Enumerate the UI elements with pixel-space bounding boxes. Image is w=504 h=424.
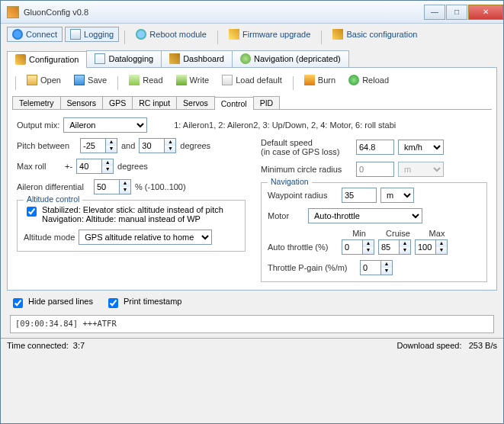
tab-navigation-label: Navigation (depricated) bbox=[254, 54, 341, 63]
sub-tabstrip: Telemetry Sensors GPS RC input Servos Co… bbox=[12, 96, 492, 110]
min-circle-input bbox=[356, 162, 394, 177]
degrees-label-2: degrees bbox=[117, 162, 148, 171]
aileron-diff-spinner[interactable]: ▲▼ bbox=[120, 179, 131, 194]
auto-throttle-max-input[interactable] bbox=[415, 239, 436, 255]
reboot-label: Reboot module bbox=[149, 30, 207, 39]
output-mix-label: Output mix: bbox=[17, 120, 59, 130]
tab-navigation[interactable]: Navigation (depricated) bbox=[232, 50, 349, 67]
firmware-button[interactable]: Firmware upgrade bbox=[223, 27, 316, 42]
tab-datalogging[interactable]: Datalogging bbox=[86, 50, 162, 67]
load-default-icon bbox=[222, 75, 233, 85]
tab-dashboard[interactable]: Dashboard bbox=[161, 50, 233, 67]
reboot-icon bbox=[136, 29, 146, 40]
default-speed-unit-select[interactable]: km/h bbox=[398, 140, 444, 155]
auto-throttle-max-spinner[interactable]: ▲▼ bbox=[436, 239, 448, 255]
tab-control[interactable]: Control bbox=[214, 97, 254, 110]
maximize-button[interactable]: □ bbox=[446, 5, 467, 20]
tab-telemetry[interactable]: Telemetry bbox=[12, 96, 61, 109]
altitude-mode-label: Altitude mode bbox=[24, 233, 75, 242]
save-label: Save bbox=[88, 75, 107, 85]
minimize-button[interactable]: — bbox=[424, 5, 445, 20]
max-roll-input[interactable] bbox=[76, 159, 102, 174]
write-button[interactable]: Write bbox=[171, 72, 214, 88]
auto-throttle-min-input[interactable] bbox=[342, 239, 363, 255]
open-icon bbox=[27, 75, 37, 85]
reload-label: Reload bbox=[362, 75, 389, 85]
status-bar: Time connected: 3:7 Download speed: 253 … bbox=[1, 338, 503, 352]
auto-throttle-min-spinner[interactable]: ▲▼ bbox=[363, 239, 374, 255]
write-label: Write bbox=[190, 75, 209, 85]
aileron-diff-label: Aileron differential bbox=[17, 182, 90, 191]
navigation-icon bbox=[240, 53, 251, 64]
altitude-control-group: Altitude control Stabilized: Elevator st… bbox=[17, 200, 246, 252]
motor-select[interactable]: Auto-throttle bbox=[308, 208, 422, 223]
control-tab-content: Output mix: Aileron 1: Aileron1, 2: Aile… bbox=[12, 110, 492, 285]
auto-throttle-cruise-input[interactable] bbox=[378, 239, 400, 255]
burn-icon bbox=[304, 75, 315, 85]
aileron-diff-input[interactable] bbox=[94, 179, 120, 194]
output-mix-select[interactable]: Aileron bbox=[63, 117, 147, 133]
connect-icon bbox=[12, 29, 23, 40]
connect-button[interactable]: Connect bbox=[7, 27, 63, 42]
reload-icon bbox=[348, 75, 359, 85]
basic-config-label: Basic configuration bbox=[346, 30, 417, 39]
download-speed-label: Download speed: bbox=[397, 341, 462, 350]
open-button[interactable]: Open bbox=[21, 72, 66, 88]
connect-label: Connect bbox=[26, 30, 57, 39]
pitch-low-input[interactable] bbox=[80, 138, 106, 153]
max-roll-spinner[interactable]: ▲▼ bbox=[102, 159, 114, 174]
download-speed-value: 253 B/s bbox=[469, 341, 497, 350]
print-timestamp-checkbox[interactable] bbox=[108, 298, 118, 308]
auto-throttle-label: Auto throttle (%) bbox=[268, 243, 338, 252]
degrees-label: degrees bbox=[180, 141, 210, 150]
basic-config-button[interactable]: Basic configuration bbox=[327, 27, 422, 42]
logging-button[interactable]: Logging bbox=[65, 27, 119, 42]
basic-config-icon bbox=[332, 29, 343, 40]
save-button[interactable]: Save bbox=[69, 72, 112, 88]
log-output[interactable]: [09:00:34.84] +++ATFR bbox=[10, 315, 494, 333]
dashboard-icon bbox=[169, 53, 180, 64]
tab-sensors[interactable]: Sensors bbox=[60, 96, 104, 109]
tab-configuration[interactable]: Configuration bbox=[7, 51, 87, 68]
tab-dashboard-label: Dashboard bbox=[183, 54, 224, 63]
default-speed-input[interactable] bbox=[356, 140, 394, 155]
file-toolbar: Open Save Read Write Load default Burn R… bbox=[12, 72, 492, 90]
main-toolbar: Connect Logging Reboot module Firmware u… bbox=[1, 24, 503, 47]
reboot-button[interactable]: Reboot module bbox=[130, 27, 212, 42]
pitch-between-label: Pitch between bbox=[17, 141, 76, 150]
default-speed-label: Default speed (in case of GPS loss) bbox=[261, 138, 352, 156]
datalogging-icon bbox=[95, 53, 105, 64]
pitch-high-input[interactable] bbox=[139, 138, 165, 153]
throttle-pgain-input[interactable] bbox=[360, 260, 381, 275]
cruise-header: Cruise bbox=[380, 229, 416, 238]
logging-label: Logging bbox=[84, 30, 114, 39]
aileron-diff-range: % (-100..100) bbox=[135, 182, 186, 191]
load-default-button[interactable]: Load default bbox=[217, 72, 287, 88]
motor-label: Motor bbox=[268, 211, 304, 220]
plus-minus-label: +- bbox=[65, 162, 72, 171]
hide-parsed-checkbox[interactable] bbox=[13, 298, 23, 308]
pitch-high-spinner[interactable]: ▲▼ bbox=[165, 138, 176, 153]
tab-datalogging-label: Datalogging bbox=[108, 54, 153, 63]
tab-servos[interactable]: Servos bbox=[176, 96, 215, 109]
waypoint-radius-unit-select[interactable]: m bbox=[380, 188, 414, 203]
load-default-label: Load default bbox=[236, 75, 282, 85]
min-header: Min bbox=[342, 229, 377, 238]
read-button[interactable]: Read bbox=[124, 72, 168, 88]
window-title: GluonConfig v0.8 bbox=[24, 8, 423, 17]
tab-gps[interactable]: GPS bbox=[102, 96, 133, 109]
burn-label: Burn bbox=[318, 75, 335, 85]
tab-rc-input[interactable]: RC input bbox=[132, 96, 177, 109]
waypoint-radius-input[interactable] bbox=[342, 188, 377, 203]
reload-button[interactable]: Reload bbox=[343, 72, 394, 88]
auto-throttle-cruise-spinner[interactable]: ▲▼ bbox=[400, 239, 411, 255]
close-button[interactable]: ✕ bbox=[468, 5, 503, 20]
titlebar: GluonConfig v0.8 — □ ✕ bbox=[1, 1, 503, 24]
tab-pid[interactable]: PID bbox=[253, 96, 281, 109]
throttle-pgain-spinner[interactable]: ▲▼ bbox=[381, 260, 393, 275]
stabilized-checkbox[interactable] bbox=[27, 207, 37, 217]
burn-button[interactable]: Burn bbox=[299, 72, 341, 88]
time-connected-value: 3:7 bbox=[73, 341, 85, 350]
altitude-mode-select[interactable]: GPS altitude relative to home bbox=[79, 230, 212, 245]
pitch-low-spinner[interactable]: ▲▼ bbox=[106, 138, 117, 153]
